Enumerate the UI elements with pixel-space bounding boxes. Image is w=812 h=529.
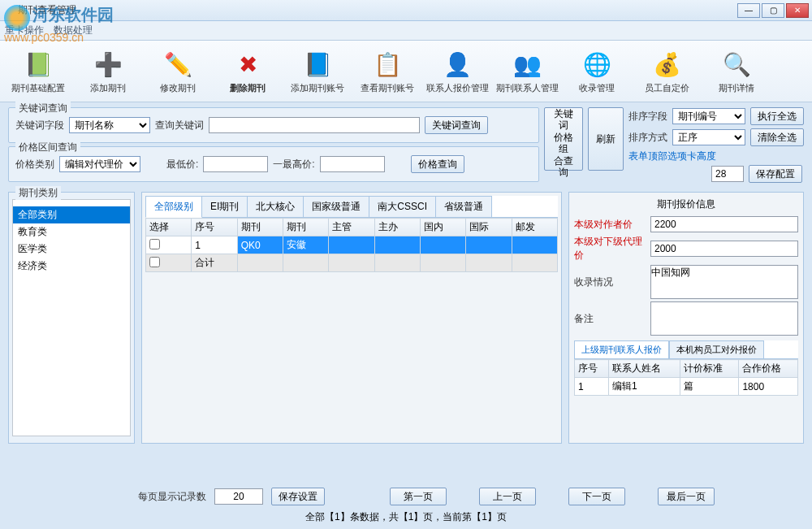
toolbar-btn-10[interactable]: 🔍期刊详情 [705,45,768,98]
keyword-search-button[interactable]: 关键词查询 [425,116,488,134]
category-title: 期刊类别 [15,186,61,200]
page-info: 全部【1】条数据，共【1】页，当前第【1】页 [8,510,804,524]
per-page-input[interactable] [214,488,263,505]
toolbar-btn-2[interactable]: ✏️修改期刊 [146,45,209,98]
sort-mode-label: 排序方式 [628,131,667,145]
sort-field-select[interactable]: 期刊编号 [672,108,745,124]
menubar: 重卡操作 数据处理 [0,21,812,41]
first-page-button[interactable]: 第一页 [390,488,447,505]
per-page-label: 每页显示记录数 [138,490,206,504]
keyword-label: 查询关键词 [155,119,204,132]
price-search-button[interactable]: 价格查询 [411,155,464,173]
sort-mode-select[interactable]: 正序 [672,129,745,145]
save-config-button[interactable]: 保存配置 [749,165,802,183]
keyword-group-label: 关键词查询 [15,102,71,115]
close-button[interactable]: ✕ [786,3,809,18]
price-type-label: 价格类别 [15,158,54,171]
pagination: 每页显示记录数 保存设置 第一页 上一页 下一页 最后一页 全部【1】条数据，共… [8,484,804,524]
inclusion-label: 收录情况 [574,275,647,289]
category-item[interactable]: 经济类 [13,258,130,275]
minimize-button[interactable]: — [737,3,760,18]
menu-batch-op[interactable]: 重卡操作 [5,24,44,37]
grid-header: 期刊 [237,219,283,236]
keyword-input[interactable] [209,117,420,133]
info-title: 期刊报价信息 [574,197,798,211]
min-price-input[interactable] [203,156,268,172]
menu-data-proc[interactable]: 数据处理 [54,24,93,37]
toolbar-btn-9[interactable]: 💰员工自定价 [635,45,698,98]
titlebar: 期刊查看管理 — ▢ ✕ [0,0,812,21]
toolbar-btn-5[interactable]: 📋查看期刊账号 [356,45,419,98]
table-row[interactable]: 合计 [146,254,558,272]
sub-tab[interactable]: 本机构员工对外报价 [669,340,764,358]
category-item[interactable]: 全部类别 [13,206,130,223]
author-price-label: 本级对作者价 [574,218,647,232]
grid-header: 主办 [374,219,420,236]
combo-search-button[interactable]: 关键词价格组合查询 [544,107,583,171]
toolbar-btn-6[interactable]: 👤联系人报价管理 [425,45,489,98]
window-title: 期刊查看管理 [3,3,737,17]
price-type-select[interactable]: 编辑对代理价 [59,156,140,172]
agent-price-input[interactable] [650,241,798,257]
sub-tab[interactable]: 上级期刊联系人报价 [574,340,669,358]
level-tab[interactable]: 省级普通 [435,196,492,217]
row-checkbox[interactable] [149,257,160,267]
toolbar-btn-8[interactable]: 🌐收录管理 [565,45,628,98]
keyword-field-label: 关键词字段 [15,119,64,132]
keyword-field-select[interactable]: 期刊名称 [69,117,150,133]
level-tab[interactable]: 全部级别 [145,196,202,218]
category-item[interactable]: 教育类 [13,223,130,241]
level-tab[interactable]: 国家级普通 [303,196,369,217]
toolbar-btn-1[interactable]: ➕添加期刊 [76,45,140,98]
toolbar: 📗期刊基础配置➕添加期刊✏️修改期刊✖删除期刊📘添加期刊账号📋查看期刊账号👤联系… [0,41,812,102]
refresh-button[interactable]: 刷新 [588,107,624,171]
contact-header: 序号 [575,360,609,378]
grid-header: 国际 [466,219,512,236]
tab-height-input[interactable] [711,166,744,182]
table-row[interactable]: 1QK0安徽 [146,236,558,254]
main-grid[interactable]: 选择序号期刊期刊主管主办国内国际邮发 1QK0安徽合计 [145,218,558,272]
next-page-button[interactable]: 下一页 [568,488,625,505]
author-price-input[interactable] [650,216,798,232]
remark-label: 备注 [574,312,647,326]
contact-header: 联系人姓名 [609,360,680,378]
last-page-button[interactable]: 最后一页 [658,488,715,505]
remark-input[interactable] [650,301,798,336]
contact-header: 合作价格 [739,360,798,378]
contact-row[interactable]: 1编辑1篇1800 [575,378,798,396]
row-checkbox[interactable] [149,239,160,249]
category-item[interactable]: 医学类 [13,241,130,258]
save-page-button[interactable]: 保存设置 [271,488,325,505]
min-price-label: 最低价: [166,158,198,171]
table-area: 全部级别EI期刊北大核心国家级普通南大CSSCI省级普通 选择序号期刊期刊主管主… [141,192,562,444]
max-price-input[interactable] [320,156,385,172]
grid-header: 国内 [420,219,465,236]
toolbar-btn-4[interactable]: 📘添加期刊账号 [286,45,349,98]
grid-header: 序号 [192,219,237,236]
level-tab[interactable]: 南大CSSCI [369,196,436,217]
level-tab[interactable]: 北大核心 [247,196,304,217]
grid-header: 邮发 [512,219,557,236]
info-panel: 期刊报价信息 本级对作者价 本级对下级代理价 收录情况 中国知网 备注 上级期刊… [568,192,804,444]
level-tab[interactable]: EI期刊 [201,196,248,217]
sort-field-label: 排序字段 [628,110,667,124]
grid-header: 期刊 [283,219,329,236]
grid-header: 选择 [146,219,192,236]
max-price-label: 一最高价: [273,158,314,171]
inclusion-input[interactable]: 中国知网 [650,265,798,299]
toolbar-btn-7[interactable]: 👥期刊联系人管理 [495,45,559,98]
tab-height-label: 表单顶部选项卡高度 [628,150,745,163]
maximize-button[interactable]: ▢ [762,3,784,18]
agent-price-label: 本级对下级代理价 [574,235,647,262]
prev-page-button[interactable]: 上一页 [479,488,536,505]
contact-grid[interactable]: 序号联系人姓名计价标准合作价格 1编辑1篇1800 [574,359,798,396]
contact-header: 计价标准 [680,360,739,378]
toolbar-btn-0[interactable]: 📗期刊基础配置 [6,45,70,98]
grid-header: 主管 [329,219,374,236]
price-group-label: 价格区间查询 [15,141,80,154]
select-all-button[interactable]: 执行全选 [750,107,804,125]
clear-all-button[interactable]: 清除全选 [750,128,804,146]
toolbar-btn-3[interactable]: ✖删除期刊 [216,45,279,98]
